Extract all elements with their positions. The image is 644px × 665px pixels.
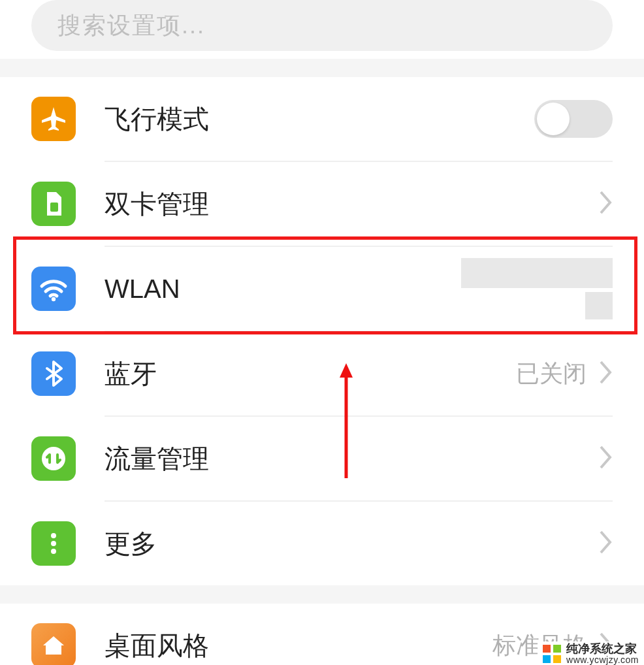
airplane-toggle[interactable] xyxy=(534,100,613,138)
sim-icon xyxy=(31,182,76,226)
bluetooth-value: 已关闭 xyxy=(516,358,587,390)
sim-label: 双卡管理 xyxy=(105,186,209,222)
bluetooth-icon xyxy=(31,351,76,396)
search-placeholder: 搜索设置项... xyxy=(57,10,205,42)
svg-rect-9 xyxy=(553,645,561,653)
svg-point-4 xyxy=(51,541,56,546)
settings-screen: 搜索设置项... 飞行模式 双卡管理 xyxy=(0,0,644,665)
home-label: 桌面风格 xyxy=(105,628,209,664)
more-label: 更多 xyxy=(105,526,157,562)
svg-rect-0 xyxy=(50,203,58,212)
bluetooth-label: 蓝牙 xyxy=(105,356,157,392)
row-data-usage[interactable]: 流量管理 xyxy=(0,417,644,500)
row-sim-management[interactable]: 双卡管理 xyxy=(0,162,644,246)
watermark-title: 纯净系统之家 xyxy=(566,643,639,655)
svg-rect-8 xyxy=(543,645,551,653)
group-network: 飞行模式 双卡管理 xyxy=(0,77,644,585)
watermark-logo-icon xyxy=(543,645,561,663)
wifi-icon xyxy=(31,267,76,311)
data-icon xyxy=(31,436,76,481)
svg-point-2 xyxy=(42,447,65,470)
chevron-right-icon xyxy=(598,189,613,218)
svg-point-5 xyxy=(51,549,56,554)
airplane-label: 飞行模式 xyxy=(105,101,209,137)
wlan-label: WLAN xyxy=(105,274,180,304)
svg-rect-11 xyxy=(553,655,561,663)
search-section: 搜索设置项... xyxy=(0,0,644,59)
svg-point-3 xyxy=(51,533,56,538)
watermark-url: www.ycwjzy.com xyxy=(566,655,639,665)
svg-point-1 xyxy=(52,297,56,301)
row-wlan[interactable]: WLAN xyxy=(0,247,644,331)
svg-rect-10 xyxy=(543,655,551,663)
home-icon xyxy=(31,623,76,665)
chevron-right-icon xyxy=(598,444,613,473)
watermark: 纯净系统之家 www.ycwjzy.com xyxy=(538,641,644,665)
chevron-right-icon xyxy=(598,359,613,388)
row-more[interactable]: 更多 xyxy=(0,502,644,585)
chevron-right-icon xyxy=(598,529,613,558)
search-input[interactable]: 搜索设置项... xyxy=(31,0,613,51)
data-label: 流量管理 xyxy=(105,441,209,477)
more-icon xyxy=(31,521,76,566)
row-bluetooth[interactable]: 蓝牙 已关闭 xyxy=(0,332,644,415)
row-airplane-mode[interactable]: 飞行模式 xyxy=(0,77,644,161)
airplane-icon xyxy=(31,97,76,141)
toggle-knob xyxy=(537,103,570,135)
wlan-value-blurred xyxy=(461,258,613,319)
